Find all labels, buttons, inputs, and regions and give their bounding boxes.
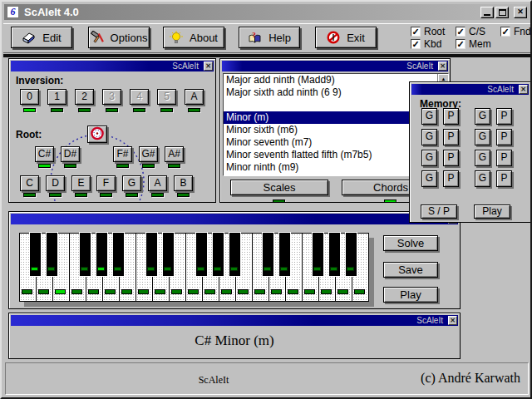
inversion-button-5[interactable]: 5 (157, 89, 176, 105)
maximize-button[interactable] (495, 7, 509, 18)
root-checkbox-box[interactable]: ✓ (411, 27, 421, 37)
inversion-button-3[interactable]: 3 (102, 89, 121, 105)
exit-button[interactable]: Exit (315, 27, 377, 48)
led-indicator (347, 267, 354, 271)
led-indicator (31, 267, 38, 271)
root-note-button-D[interactable]: D (46, 175, 65, 191)
clock-icon (89, 126, 106, 140)
memory-get-button[interactable]: G (421, 108, 437, 125)
main-titlebar: 6 ScAleIt 4.0 ✕ (4, 4, 530, 20)
status-bar: ScAleIt (c) André Karwath (5, 362, 529, 395)
memory-put-button[interactable]: P (496, 170, 512, 187)
check-icon: ✓ (411, 40, 419, 48)
checkbox-root[interactable]: ✓ Root (411, 26, 445, 37)
led-indicator (142, 164, 155, 168)
memory-get-button[interactable]: G (475, 150, 490, 166)
root-clock-button[interactable] (87, 126, 107, 143)
root-note-button-E[interactable]: E (71, 175, 91, 191)
play-button[interactable]: Play (383, 287, 438, 303)
led-indicator (97, 267, 105, 271)
led-indicator (78, 108, 91, 112)
led-indicator (126, 193, 138, 197)
fnd-checkbox-box[interactable]: ✓ (500, 27, 510, 37)
edit-button[interactable]: Edit (11, 27, 72, 48)
lightbulb-icon (170, 31, 183, 44)
led-indicator (337, 289, 348, 294)
led-indicator (88, 289, 99, 294)
led-indicator (168, 164, 180, 168)
root-note-button-D-sharp[interactable]: D# (61, 146, 80, 162)
close-icon: ✕ (517, 8, 524, 16)
led-indicator (38, 164, 51, 168)
led-indicator (155, 289, 165, 294)
solve-button[interactable]: Solve (383, 235, 438, 251)
led-indicator (254, 289, 265, 294)
check-icon: ✓ (456, 40, 464, 48)
led-indicator (121, 289, 132, 294)
led-indicator (188, 289, 199, 294)
led-indicator (116, 164, 129, 168)
root-note-button-A-sharp[interactable]: A# (165, 146, 184, 162)
check-icon: ✓ (456, 27, 464, 36)
memory-put-button[interactable]: P (443, 150, 459, 166)
help-button[interactable]: ? Help (239, 27, 300, 48)
inversion-button-0[interactable]: 0 (20, 89, 39, 105)
led-indicator (106, 108, 118, 112)
memory-put-button[interactable]: P (443, 129, 459, 145)
memory-get-button[interactable]: G (475, 108, 490, 125)
checkbox-fnd[interactable]: ✓ Fnd (500, 26, 531, 37)
root-note-button-F[interactable]: F (96, 175, 116, 191)
sp-button[interactable]: S / P (421, 204, 457, 219)
root-note-button-A[interactable]: A (148, 175, 167, 191)
root-note-button-B[interactable]: B (174, 175, 193, 191)
inversion-label: Inversion: (16, 75, 63, 86)
cs-checkbox-box[interactable]: ✓ (456, 27, 466, 37)
led-indicator (271, 289, 282, 294)
memory-panel: ScAleIt ✕ Memory: GPGPGPGPGPGPGPGP S / P… (409, 81, 531, 223)
inversion-button-A[interactable]: A (185, 89, 204, 105)
inversion-button-1[interactable]: 1 (47, 89, 66, 105)
notes-panel-close-icon[interactable]: ✕ (204, 62, 213, 71)
inversion-button-2[interactable]: 2 (75, 89, 94, 105)
about-button[interactable]: About (163, 27, 224, 48)
memory-get-button[interactable]: G (421, 170, 437, 187)
memory-put-button[interactable]: P (496, 129, 512, 145)
root-note-button-C-sharp[interactable]: C# (35, 146, 54, 162)
memory-get-button[interactable]: G (475, 170, 490, 187)
memory-put-button[interactable]: P (443, 108, 459, 125)
kbd-checkbox-box[interactable]: ✓ (411, 39, 421, 49)
scales-button[interactable]: Scales (230, 180, 328, 195)
memory-put-button[interactable]: P (443, 170, 459, 187)
inversion-button-4[interactable]: 4 (130, 89, 149, 105)
keyboard-panel-titlebar: ScAleIt (11, 214, 458, 224)
memory-panel-close-icon[interactable]: ✕ (519, 85, 528, 94)
mem-checkbox-box[interactable]: ✓ (456, 39, 466, 49)
root-note-button-C[interactable]: C (20, 175, 39, 191)
memory-get-button[interactable]: G (475, 129, 490, 145)
save-button[interactable]: Save (383, 262, 438, 278)
memory-get-button[interactable]: G (421, 150, 437, 166)
root-note-button-G[interactable]: G (122, 175, 141, 191)
led-indicator (321, 289, 332, 294)
options-button[interactable]: Options (88, 27, 150, 48)
memory-put-button[interactable]: P (496, 108, 512, 125)
kbd-checkbox-label: Kbd (424, 38, 441, 50)
memory-get-button[interactable]: G (421, 129, 437, 145)
chords-led-indicator (384, 200, 397, 203)
close-button[interactable]: ✕ (514, 7, 527, 18)
memory-play-button[interactable]: Play (474, 204, 510, 219)
led-indicator (304, 289, 315, 294)
checkbox-mem[interactable]: ✓ Mem (456, 38, 491, 50)
checkbox-cs[interactable]: ✓ C/S (456, 26, 485, 37)
list-panel-close-icon[interactable]: ✕ (438, 62, 447, 71)
fnd-checkbox-label: Fnd (514, 26, 531, 37)
root-note-button-G-sharp[interactable]: G# (139, 146, 158, 162)
minimize-button[interactable] (480, 7, 494, 18)
check-icon: ✓ (501, 27, 509, 36)
led-indicator (214, 267, 221, 271)
memory-put-button[interactable]: P (496, 150, 512, 166)
root-note-button-F-sharp[interactable]: F# (113, 146, 132, 162)
checkbox-kbd[interactable]: ✓ Kbd (411, 38, 441, 50)
result-panel-close-icon[interactable]: ✕ (448, 316, 457, 325)
status-app-name: ScAleIt (168, 374, 259, 387)
